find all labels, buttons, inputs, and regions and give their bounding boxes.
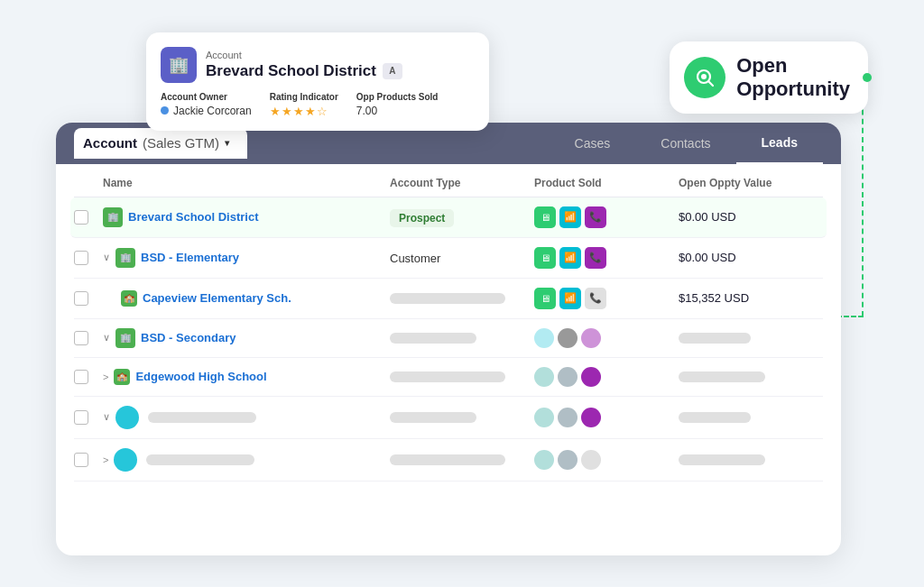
table-row: > 🏫 Edgewood High School [74, 358, 823, 397]
skeleton-value [679, 454, 765, 465]
row-name-cell: ∨ 🏢 BSD - Elementary [103, 248, 390, 268]
row-name-cell: 🏫 Capeview Elementary Sch. [103, 290, 390, 307]
table-row: 🏢 Brevard School District Prospect 🖥 📶 📞… [70, 197, 827, 238]
product-icons-cell: 🖥 📶 📞 [534, 206, 679, 228]
skeleton-icon [581, 328, 601, 348]
row-checkbox[interactable] [74, 370, 88, 384]
account-row-icon: 🏢 [116, 248, 135, 268]
row-name-cell: ∨ [103, 406, 390, 429]
row-checkbox[interactable] [74, 331, 88, 345]
main-panel: Account (Sales GTM) ▾ Cases Contacts Lea… [56, 123, 841, 555]
oppty-value-cell: $15,352 USD [679, 291, 823, 305]
row-name-link[interactable]: Capeview Elementary Sch. [143, 291, 291, 305]
expand-icon[interactable]: > [103, 371, 108, 382]
oppty-value-cell [679, 333, 823, 344]
account-card-title: Brevard School District [206, 62, 376, 80]
oppty-value-cell [679, 412, 823, 423]
row-checkbox[interactable] [74, 453, 88, 467]
expand-icon[interactable]: > [103, 454, 108, 465]
row-name-link[interactable]: BSD - Elementary [141, 251, 239, 264]
row-name-cell: > [103, 448, 390, 472]
skeleton-icon [534, 328, 554, 348]
opp-label: Opp Products Sold [356, 92, 439, 102]
account-selector[interactable]: Account (Sales GTM) ▾ [74, 128, 247, 159]
open-opportunity-badge: Open Opportunity [670, 41, 868, 115]
account-type-cell: Prospect [390, 209, 534, 225]
owner-value: Jackie Corcoran [173, 105, 252, 117]
tab-contacts[interactable]: Contacts [635, 123, 735, 164]
skeleton-value [679, 371, 765, 382]
account-row-icon: 🏢 [116, 328, 135, 348]
skeleton-icon [581, 408, 601, 427]
phone-icon-light: 📞 [585, 288, 606, 309]
tab-leads[interactable]: Leads [736, 123, 823, 164]
account-card-label: Account [206, 50, 402, 60]
scene: 🏢 Account Brevard School District A Acco… [56, 32, 868, 555]
rating-stars: ★★★★☆ [270, 105, 328, 118]
wifi-icon: 📶 [559, 247, 581, 269]
account-type-cell [390, 333, 534, 344]
col-name: Name [103, 177, 390, 189]
skeleton-value [679, 333, 751, 344]
skeleton-icon [558, 450, 578, 470]
row-checkbox[interactable] [74, 291, 88, 306]
row-name-link[interactable]: BSD - Secondary [141, 331, 236, 344]
expand-icon[interactable]: ∨ [103, 411, 110, 423]
table-row: ∨ [74, 397, 823, 439]
skeleton-icon [534, 450, 554, 470]
product-icons-cell: 🖥 📶 📞 [534, 247, 679, 269]
expand-icon[interactable]: ∨ [103, 252, 110, 263]
skeleton-icon [581, 450, 601, 470]
account-type-badge: Prospect [390, 209, 454, 227]
row-name-cell: 🏢 Brevard School District [103, 207, 390, 227]
skeleton-account-type [390, 412, 476, 423]
skeleton-icon [558, 408, 578, 427]
owner-dot [161, 106, 169, 115]
skeleton-icon [534, 408, 554, 427]
opp-line2: Opportunity [736, 78, 850, 101]
row-name-link[interactable]: Brevard School District [128, 210, 259, 224]
oppty-value-cell [679, 371, 823, 382]
account-row-icon: 🏢 [103, 207, 123, 227]
row-name-link[interactable]: Edgewood High School [135, 370, 266, 383]
row-checkbox[interactable] [74, 210, 88, 225]
col-open-oppty: Open Oppty Value [679, 177, 823, 189]
table-area: Name Account Type Product Sold Open Oppt… [56, 164, 841, 482]
product-icons-cell [534, 450, 679, 470]
skeleton-icon [581, 367, 601, 387]
account-card: 🏢 Account Brevard School District A Acco… [146, 32, 489, 131]
table-row: 🏫 Capeview Elementary Sch. 🖥 📶 📞 $15,352… [74, 279, 823, 319]
skeleton-icon [534, 367, 554, 387]
tabs-right: Cases Contacts Leads [550, 123, 823, 164]
account-type-cell [390, 412, 534, 423]
account-avatar [114, 448, 137, 472]
table-row: ∨ 🏢 BSD - Secondary [74, 319, 823, 358]
opp-value: 7.00 [356, 105, 377, 117]
chevron-down-icon: ▾ [225, 138, 229, 148]
skeleton-account-type [390, 293, 505, 304]
skeleton-value [679, 412, 751, 423]
opp-line1: Open [736, 54, 850, 78]
oppty-value-cell [679, 454, 823, 465]
account-type-text: Customer [390, 252, 440, 265]
account-row-icon: 🏫 [114, 369, 130, 385]
account-type-cell: Customer [390, 250, 534, 266]
svg-line-1 [709, 81, 714, 86]
skeleton-name [148, 412, 256, 423]
skeleton-icon [558, 367, 578, 387]
table-row: > [74, 439, 823, 482]
row-checkbox[interactable] [74, 251, 88, 265]
skeleton-name [146, 454, 254, 465]
phone-icon: 📞 [585, 247, 606, 269]
skeleton-account-type [390, 371, 505, 382]
row-checkbox[interactable] [74, 410, 88, 425]
skeleton-icon [558, 328, 578, 348]
tab-cases[interactable]: Cases [550, 123, 636, 164]
product-icons-cell [534, 408, 679, 427]
monitor-icon: 🖥 [534, 288, 556, 309]
expand-icon[interactable]: ∨ [103, 332, 110, 344]
account-selector-label: Account [83, 135, 137, 151]
product-icons-cell [534, 328, 679, 348]
owner-label: Account Owner [161, 92, 252, 102]
table-header: Name Account Type Product Sold Open Oppt… [74, 164, 823, 197]
